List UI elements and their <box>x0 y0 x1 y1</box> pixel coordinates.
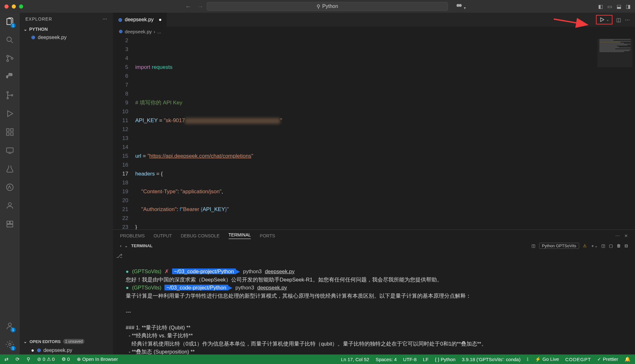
tab-terminal[interactable]: TERMINAL <box>229 232 251 239</box>
search-icon[interactable] <box>5 36 14 46</box>
ports-status[interactable]: ⚙ 0 <box>62 356 70 362</box>
open-editor-item[interactable]: ● ⊕ deepseek.py <box>20 346 113 354</box>
tab-problems[interactable]: PROBLEMS <box>120 233 145 238</box>
git-graph-icon[interactable] <box>5 91 14 101</box>
git-stash-icon[interactable] <box>5 220 14 230</box>
chevron-down-icon: ⌄ <box>23 339 27 344</box>
live-share-icon[interactable] <box>5 183 14 193</box>
unsaved-dot-icon: ● <box>159 17 162 23</box>
project-header[interactable]: ⌄ PYTHON <box>20 25 113 33</box>
source-control-icon[interactable] <box>5 54 14 64</box>
layout-panel-bottom-icon[interactable]: ⬓ <box>617 3 621 10</box>
tab-ports[interactable]: PORTS <box>260 233 275 238</box>
maximize-panel-icon[interactable]: ▢ <box>609 243 613 248</box>
codegpt-status[interactable]: CODEGPT <box>565 357 591 362</box>
svg-point-22 <box>8 323 11 326</box>
maximize-window-icon[interactable] <box>19 4 23 9</box>
search-icon: ⚲ <box>317 3 320 10</box>
command-center-search[interactable]: ⚲ Python <box>207 2 448 11</box>
explorer-more-icon[interactable]: ⋯ <box>103 17 107 22</box>
open-in-browser[interactable]: ⊕ Open In Browser <box>77 356 118 362</box>
split-terminal-icon[interactable]: ◫ <box>601 243 605 248</box>
prettier-status[interactable]: ✓ Prettier <box>597 356 618 362</box>
title-bar: ← → ⚲ Python ▾ ◧ ▭ ⬓ ◨ <box>0 0 635 13</box>
panel-toggle-icon[interactable]: ⊟ <box>625 243 628 248</box>
unsaved-badge: 1 unsaved <box>63 339 84 344</box>
unsaved-dot-icon: ● <box>31 347 34 353</box>
chevron-down-icon[interactable]: ⌄ <box>124 243 128 248</box>
layout-sidebar-left-icon[interactable]: ◧ <box>598 3 603 10</box>
testing-icon[interactable] <box>5 164 14 175</box>
problems-status[interactable]: ⊘ 0 ⚠ 0 <box>37 356 55 362</box>
eol-status[interactable]: LF <box>423 357 429 362</box>
open-editors-header[interactable]: ⌄ OPEN EDITORS 1 unsaved <box>20 337 113 346</box>
svg-rect-15 <box>7 148 13 152</box>
debug-icon[interactable] <box>5 109 14 119</box>
live-server-icon[interactable]: ⫱ <box>527 356 529 362</box>
more-actions-icon[interactable]: ⋯ <box>625 17 630 23</box>
svg-rect-20 <box>10 221 13 224</box>
layout-sidebar-right-icon[interactable]: ◨ <box>626 3 631 10</box>
panel-close-icon[interactable]: ✕ <box>624 233 628 238</box>
line-gutter: 23456789101112131415161718192021222324 <box>113 36 135 229</box>
svg-rect-13 <box>10 133 13 135</box>
python-file-icon: ⊕ <box>31 34 35 40</box>
panel-more-icon[interactable]: ⋯ <box>615 233 620 238</box>
editor-tab[interactable]: ⊕ deepseek.py ● <box>113 13 167 27</box>
status-bar: ⇄ ⟳ ⚲ ⊘ 0 ⚠ 0 ⚙ 0 ⊕ Open In Browser Ln 1… <box>0 354 635 364</box>
ai-chat-icon[interactable] <box>5 201 14 211</box>
annotation-arrow <box>554 17 592 28</box>
python-env-icon[interactable] <box>5 72 14 83</box>
code-content[interactable]: import requests # 填写你的 API Key API_KEY =… <box>135 36 635 229</box>
close-window-icon[interactable] <box>4 4 9 9</box>
svg-point-6 <box>7 60 9 62</box>
split-editor-icon[interactable]: ◫ <box>616 17 621 23</box>
remote-indicator-icon[interactable]: ⇄ <box>4 356 9 362</box>
tab-output[interactable]: OUTPUT <box>154 233 172 238</box>
activity-bar: 1 1 1 <box>0 13 20 354</box>
notifications-icon[interactable]: 🔔 <box>625 356 631 362</box>
chevron-down-icon: ⌄ <box>606 17 609 22</box>
tab-debug-console[interactable]: DEBUG CONSOLE <box>181 233 219 238</box>
file-item[interactable]: ⊕ deepseek.py <box>20 33 113 42</box>
cursor-position[interactable]: Ln 17, Col 52 <box>341 357 369 362</box>
explorer-icon[interactable]: 1 <box>5 17 14 27</box>
warning-icon[interactable]: ⚠ <box>583 243 587 248</box>
minimap[interactable] <box>598 39 632 67</box>
layout-panel-icon[interactable]: ▭ <box>607 3 612 10</box>
svg-point-3 <box>7 37 11 42</box>
svg-point-18 <box>8 203 11 206</box>
python-env-label[interactable]: Python GPTSoVits <box>539 243 579 249</box>
remote-explorer-icon[interactable] <box>5 146 14 156</box>
nav-back-icon[interactable]: ← <box>185 3 191 10</box>
chevron-right-icon[interactable]: › <box>120 243 121 248</box>
svg-rect-19 <box>7 221 10 224</box>
nav-forward-icon[interactable]: → <box>197 3 204 10</box>
svg-rect-21 <box>7 224 13 227</box>
encoding-status[interactable]: UTF-8 <box>403 357 417 362</box>
python-interpreter[interactable]: 3.9.18 ('GPTSoVits': conda) <box>462 357 521 362</box>
kill-terminal-icon[interactable]: 🗑 <box>617 243 621 248</box>
run-button[interactable]: ⌄ <box>596 15 612 24</box>
settings-gear-icon[interactable]: 1 <box>5 340 14 350</box>
extensions-icon[interactable] <box>5 128 14 138</box>
language-mode[interactable]: { } Python <box>435 357 456 362</box>
code-editor[interactable]: 23456789101112131415161718192021222324 i… <box>113 36 635 229</box>
copilot-icon[interactable]: ▾ <box>456 2 466 10</box>
svg-point-8 <box>7 91 9 93</box>
broadcast-icon[interactable]: ⚲ <box>27 356 30 362</box>
git-decoration-icon[interactable]: ⎇ <box>116 252 123 260</box>
python-file-icon: ⊕ <box>119 29 123 34</box>
terminal-profile-icon[interactable]: ◫ <box>531 243 535 248</box>
indentation-status[interactable]: Spaces: 4 <box>376 357 397 362</box>
account-icon[interactable]: 1 <box>5 321 14 332</box>
ext-status-icon[interactable]: ⟳ <box>16 356 20 362</box>
minimize-window-icon[interactable] <box>12 4 16 9</box>
svg-rect-12 <box>7 133 9 135</box>
breadcrumb[interactable]: ⊕ deepseek.py › ... <box>113 27 635 36</box>
terminal-output[interactable]: ⎇ ● (GPTSoVits) ✗ ~/03_code-project/Pyth… <box>113 250 635 354</box>
new-terminal-icon[interactable]: ＋⌄ <box>591 243 598 249</box>
chevron-down-icon: ⌄ <box>23 27 27 32</box>
go-live[interactable]: ⚡ Go Live <box>535 356 559 362</box>
python-file-icon: ⊕ <box>37 347 41 353</box>
